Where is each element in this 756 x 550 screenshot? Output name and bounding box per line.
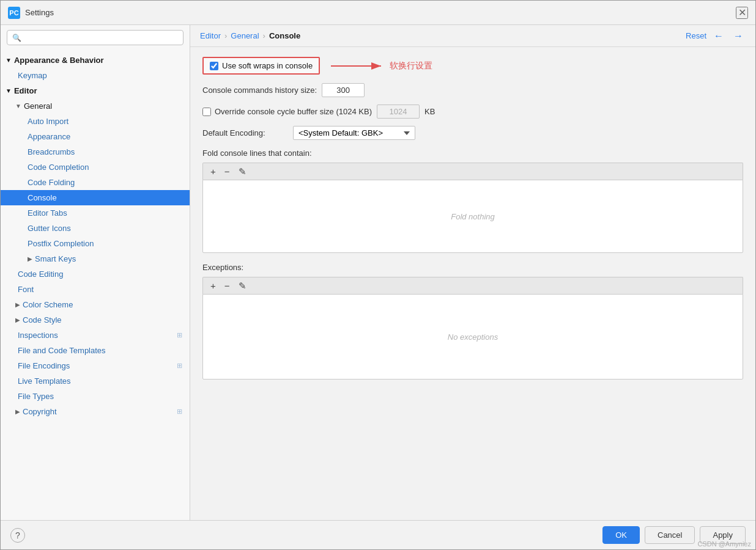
override-buffer-input[interactable] bbox=[377, 105, 420, 119]
right-panel: Editor › General › Console Reset ← → bbox=[190, 25, 755, 520]
sidebar-item-font[interactable]: Font bbox=[1, 282, 190, 297]
sidebar-item-color-scheme[interactable]: ▶ Color Scheme bbox=[1, 297, 190, 312]
annotation-arrow: 软换行设置 bbox=[331, 60, 432, 72]
expand-arrow-code-style: ▶ bbox=[15, 317, 20, 323]
sidebar-item-keymap[interactable]: Keymap bbox=[1, 68, 190, 83]
soft-wraps-bordered: Use soft wraps in console bbox=[202, 57, 320, 75]
expand-arrow-color-scheme: ▶ bbox=[15, 301, 20, 308]
sidebar-item-general[interactable]: ▼ General bbox=[1, 98, 190, 114]
override-buffer-row: Override console cycle buffer size (1024… bbox=[202, 105, 743, 119]
sidebar-item-file-code-templates[interactable]: File and Code Templates bbox=[1, 343, 190, 358]
footer-left: ? bbox=[10, 528, 25, 543]
panel-body: Use soft wraps in console 软换行 bbox=[190, 47, 755, 520]
fold-add-button[interactable]: + bbox=[208, 165, 218, 178]
watermark: CSDN @Amyniez bbox=[697, 540, 751, 548]
history-size-label: Console commands history size: bbox=[202, 86, 317, 95]
arrow-svg bbox=[331, 60, 386, 72]
sidebar: 🔍 Appearance & Behavior Keymap Editor bbox=[1, 25, 190, 520]
breadcrumb-sep-2: › bbox=[263, 31, 265, 40]
main-content: 🔍 Appearance & Behavior Keymap Editor bbox=[1, 25, 755, 520]
override-buffer-checkbox-group: Override console cycle buffer size (1024… bbox=[202, 107, 372, 116]
sidebar-item-code-completion[interactable]: Code Completion bbox=[1, 160, 190, 175]
sidebar-item-appearance[interactable]: Appearance bbox=[1, 129, 190, 144]
app-icon: PC bbox=[8, 7, 20, 19]
encoding-select[interactable]: <System Default: GBK> bbox=[293, 126, 415, 140]
sidebar-item-code-style[interactable]: ▶ Code Style bbox=[1, 312, 190, 328]
file-encodings-grid-icon: ⊞ bbox=[177, 362, 182, 370]
exceptions-section: Exceptions: + − ✎ No exceptions bbox=[202, 263, 743, 380]
encoding-row: Default Encoding: <System Default: GBK> bbox=[202, 126, 743, 140]
sidebar-item-code-editing[interactable]: Code Editing bbox=[1, 266, 190, 282]
sidebar-item-code-folding[interactable]: Code Folding bbox=[1, 175, 190, 190]
sidebar-item-file-encodings[interactable]: File Encodings ⊞ bbox=[1, 358, 190, 373]
expand-arrow-smart-keys: ▶ bbox=[28, 255, 32, 262]
sidebar-item-breadcrumbs[interactable]: Breadcrumbs bbox=[1, 144, 190, 160]
close-button[interactable]: ✕ bbox=[736, 7, 748, 19]
sidebar-item-auto-import[interactable]: Auto Import bbox=[1, 114, 190, 129]
search-box[interactable]: 🔍 bbox=[7, 30, 183, 45]
window-title: Settings bbox=[25, 8, 736, 17]
breadcrumb-actions: Reset ← → bbox=[686, 29, 746, 43]
soft-wraps-label[interactable]: Use soft wraps in console bbox=[222, 61, 313, 70]
exceptions-edit-button[interactable]: ✎ bbox=[236, 279, 249, 293]
cancel-button[interactable]: Cancel bbox=[645, 526, 695, 544]
breadcrumb-bar: Editor › General › Console Reset ← → bbox=[190, 25, 755, 47]
sidebar-item-file-types[interactable]: File Types bbox=[1, 389, 190, 404]
sidebar-item-console[interactable]: Console bbox=[1, 190, 190, 205]
breadcrumb-editor[interactable]: Editor bbox=[200, 31, 221, 40]
soft-wraps-checkbox[interactable] bbox=[210, 62, 218, 70]
fold-remove-button[interactable]: − bbox=[222, 165, 232, 178]
reset-button[interactable]: Reset bbox=[686, 31, 706, 40]
sidebar-item-live-templates[interactable]: Live Templates bbox=[1, 373, 190, 389]
sidebar-item-postfix-completion[interactable]: Postfix Completion bbox=[1, 236, 190, 251]
breadcrumb-general[interactable]: General bbox=[231, 31, 259, 40]
sidebar-item-copyright[interactable]: ▶ Copyright ⊞ bbox=[1, 404, 190, 419]
help-button[interactable]: ? bbox=[10, 528, 25, 543]
breadcrumb-sep-1: › bbox=[224, 31, 227, 40]
override-buffer-checkbox[interactable] bbox=[202, 108, 211, 116]
fold-toolbar: + − ✎ bbox=[202, 163, 743, 180]
exceptions-add-button[interactable]: + bbox=[208, 279, 218, 292]
settings-window: PC Settings ✕ 🔍 Appearance & Behavior Ke… bbox=[0, 0, 756, 550]
exceptions-remove-button[interactable]: − bbox=[222, 279, 232, 292]
fold-empty-text: Fold nothing bbox=[451, 212, 495, 221]
fold-panel: Fold nothing bbox=[202, 180, 743, 253]
footer: ? OK Cancel Apply bbox=[1, 520, 755, 549]
sidebar-item-gutter-icons[interactable]: Gutter Icons bbox=[1, 221, 190, 236]
breadcrumb-console: Console bbox=[269, 31, 300, 40]
fold-edit-button[interactable]: ✎ bbox=[236, 165, 249, 178]
encoding-label: Default Encoding: bbox=[202, 128, 288, 138]
override-buffer-label[interactable]: Override console cycle buffer size (1024… bbox=[215, 107, 372, 116]
search-icon: 🔍 bbox=[12, 34, 21, 42]
history-size-row: Console commands history size: bbox=[202, 83, 743, 97]
exceptions-label: Exceptions: bbox=[202, 263, 743, 272]
annotation-text: 软换行设置 bbox=[390, 61, 432, 72]
exceptions-empty-text: No exceptions bbox=[448, 332, 498, 342]
buffer-unit-label: KB bbox=[424, 107, 435, 116]
history-size-input[interactable] bbox=[322, 83, 365, 97]
expand-arrow-general: ▼ bbox=[15, 103, 21, 109]
exceptions-toolbar: + − ✎ bbox=[202, 277, 743, 294]
sidebar-item-editor-tabs[interactable]: Editor Tabs bbox=[1, 205, 190, 221]
soft-wraps-row: Use soft wraps in console 软换行 bbox=[202, 57, 743, 75]
copyright-grid-icon: ⊞ bbox=[177, 408, 182, 416]
breadcrumb: Editor › General › Console bbox=[200, 31, 300, 40]
search-input[interactable] bbox=[24, 33, 178, 42]
nav-tree: Appearance & Behavior Keymap Editor ▼ Ge… bbox=[1, 50, 190, 520]
forward-button[interactable]: → bbox=[731, 29, 746, 43]
title-bar: PC Settings ✕ bbox=[1, 1, 755, 25]
expand-arrow-copyright: ▶ bbox=[15, 408, 20, 415]
sidebar-item-editor[interactable]: Editor bbox=[1, 83, 190, 98]
fold-section: Fold console lines that contain: + − ✎ F… bbox=[202, 148, 743, 253]
ok-button[interactable]: OK bbox=[602, 526, 640, 544]
inspections-grid-icon: ⊞ bbox=[177, 331, 182, 339]
sidebar-item-smart-keys[interactable]: ▶ Smart Keys bbox=[1, 251, 190, 266]
sidebar-item-appearance-behavior[interactable]: Appearance & Behavior bbox=[1, 53, 190, 68]
sidebar-item-inspections[interactable]: Inspections ⊞ bbox=[1, 328, 190, 343]
back-button[interactable]: ← bbox=[711, 29, 726, 43]
fold-label: Fold console lines that contain: bbox=[202, 148, 743, 158]
exceptions-panel: No exceptions bbox=[202, 294, 743, 380]
